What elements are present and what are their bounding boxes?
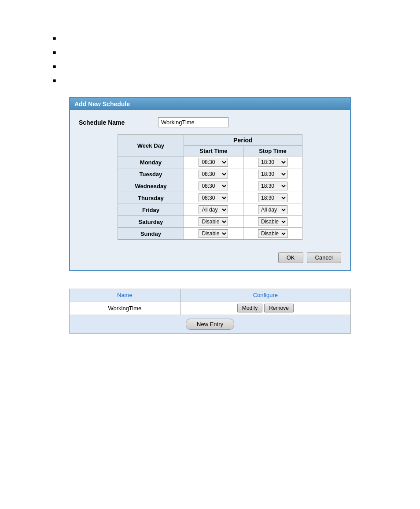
start-time-select[interactable]: 08:3009:0010:0012:00All dayDisable (199, 205, 228, 214)
stop-time-select[interactable]: 18:3017:0020:00All dayDisable (258, 217, 287, 226)
bullet-item-4 (53, 78, 420, 84)
col-stop-header: Stop Time (243, 146, 302, 156)
bullet-list (53, 35, 420, 84)
stop-time-cell: 18:3017:0020:00All dayDisable (243, 228, 302, 240)
bottom-col-name: Name (70, 289, 181, 301)
bullet-item-3 (53, 63, 420, 70)
entry-name: WorkingTime (70, 301, 181, 315)
modify-button[interactable]: Modify (237, 304, 262, 312)
dialog-title: Add New Schedule (70, 98, 350, 110)
schedule-row: Thursday08:3009:0010:0012:00All dayDisab… (118, 192, 302, 204)
schedule-row: Saturday08:3009:0010:0012:00All dayDisab… (118, 216, 302, 228)
bullet-item-2 (53, 49, 420, 56)
stop-time-select[interactable]: 18:3017:0020:00All dayDisable (258, 193, 287, 202)
start-time-select[interactable]: 08:3009:0010:0012:00All dayDisable (199, 229, 228, 238)
new-entry-button[interactable]: New Entry (186, 319, 234, 330)
day-cell: Sunday (118, 228, 184, 240)
schedule-row: Sunday08:3009:0010:0012:00All dayDisable… (118, 228, 302, 240)
bottom-section: Name Configure WorkingTimeModifyRemove N… (69, 289, 351, 334)
dialog-body: Schedule Name Week Day Period Start Time… (70, 110, 350, 247)
start-time-cell: 08:3009:0010:0012:00All dayDisable (184, 216, 243, 228)
new-entry-row: New Entry (69, 315, 351, 334)
schedule-row: Tuesday08:3009:0010:0012:00All dayDisabl… (118, 168, 302, 180)
col-weekday-header: Week Day (118, 135, 184, 156)
schedule-row: Wednesday08:3009:0010:0012:00All dayDisa… (118, 180, 302, 192)
col-start-header: Start Time (184, 146, 243, 156)
start-time-select[interactable]: 08:3009:0010:0012:00All dayDisable (199, 182, 228, 190)
col-period-header: Period (184, 135, 302, 146)
stop-time-cell: 18:3017:0020:00All dayDisable (243, 156, 302, 168)
stop-time-cell: 18:3017:0020:00All dayDisable (243, 204, 302, 216)
day-cell: Thursday (118, 192, 184, 204)
dialog-footer: OK Cancel (70, 247, 350, 270)
configure-cell: ModifyRemove (180, 301, 350, 315)
schedule-row: Friday08:3009:0010:0012:00All dayDisable… (118, 204, 302, 216)
day-cell: Wednesday (118, 180, 184, 192)
bottom-entries-table: Name Configure WorkingTimeModifyRemove (69, 289, 351, 315)
start-time-cell: 08:3009:0010:0012:00All dayDisable (184, 168, 243, 180)
dialog-container: Add New Schedule Schedule Name Week Day … (0, 97, 420, 271)
day-cell: Monday (118, 156, 184, 168)
schedule-table: Week Day Period Start Time Stop Time Mon… (118, 134, 302, 240)
cancel-button[interactable]: Cancel (307, 252, 341, 263)
stop-time-cell: 18:3017:0020:00All dayDisable (243, 180, 302, 192)
start-time-select[interactable]: 08:3009:0010:0012:00All dayDisable (199, 217, 228, 226)
stop-time-select[interactable]: 18:3017:0020:00All dayDisable (258, 229, 287, 238)
schedule-row: Monday08:3009:0010:0012:00All dayDisable… (118, 156, 302, 168)
stop-time-cell: 18:3017:0020:00All dayDisable (243, 192, 302, 204)
start-time-cell: 08:3009:0010:0012:00All dayDisable (184, 180, 243, 192)
start-time-cell: 08:3009:0010:0012:00All dayDisable (184, 192, 243, 204)
day-cell: Tuesday (118, 168, 184, 180)
ok-button[interactable]: OK (278, 252, 303, 263)
schedule-name-input[interactable] (158, 117, 228, 127)
remove-button[interactable]: Remove (264, 304, 294, 312)
start-time-select[interactable]: 08:3009:0010:0012:00All dayDisable (199, 193, 228, 202)
start-time-cell: 08:3009:0010:0012:00All dayDisable (184, 228, 243, 240)
schedule-name-row: Schedule Name (79, 117, 341, 127)
stop-time-select[interactable]: 18:3017:0020:00All dayDisable (258, 170, 287, 178)
stop-time-select[interactable]: 18:3017:0020:00All dayDisable (258, 158, 287, 167)
stop-time-select[interactable]: 18:3017:0020:00All dayDisable (258, 205, 287, 214)
stop-time-select[interactable]: 18:3017:0020:00All dayDisable (258, 182, 287, 190)
table-row: WorkingTimeModifyRemove (70, 301, 351, 315)
start-time-select[interactable]: 08:3009:0010:0012:00All dayDisable (199, 158, 228, 167)
bullet-item-1 (53, 35, 420, 41)
schedule-name-label: Schedule Name (79, 119, 158, 126)
bottom-col-configure: Configure (180, 289, 350, 301)
day-cell: Saturday (118, 216, 184, 228)
schedule-table-wrapper: Week Day Period Start Time Stop Time Mon… (79, 134, 341, 240)
day-cell: Friday (118, 204, 184, 216)
stop-time-cell: 18:3017:0020:00All dayDisable (243, 168, 302, 180)
add-schedule-dialog: Add New Schedule Schedule Name Week Day … (69, 97, 351, 271)
start-time-select[interactable]: 08:3009:0010:0012:00All dayDisable (199, 170, 228, 178)
stop-time-cell: 18:3017:0020:00All dayDisable (243, 216, 302, 228)
start-time-cell: 08:3009:0010:0012:00All dayDisable (184, 204, 243, 216)
start-time-cell: 08:3009:0010:0012:00All dayDisable (184, 156, 243, 168)
